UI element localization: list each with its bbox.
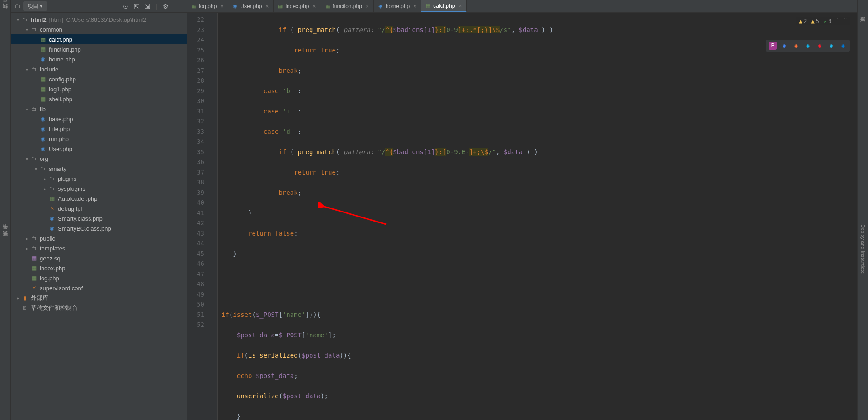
phpstorm-icon[interactable]: P (769, 42, 777, 50)
close-icon[interactable]: × (312, 3, 316, 9)
tree-file-geez[interactable]: ▦geez.sql (11, 253, 187, 263)
tree-file-function[interactable]: ▦function.php (11, 44, 187, 54)
tree-scratches[interactable]: 🗎草稿文件和控制台 (11, 303, 187, 313)
tree-folder-smarty[interactable]: 🗀smarty (11, 164, 187, 174)
tree-folder-org[interactable]: 🗀org (11, 154, 187, 164)
browser-preview-palette[interactable]: P ◉ ◉ ◉ ◉ ◉ ◉ (766, 40, 850, 52)
tree-file-calcf[interactable]: ▦calcf.php (11, 34, 187, 44)
close-icon[interactable]: × (265, 3, 269, 9)
line-gutter: 2223242526272829303132333435363738394041… (187, 13, 210, 420)
tree-file-supervisord[interactable]: ☀supervisord.conf (11, 283, 187, 293)
tree-folder-include[interactable]: 🗀include (11, 64, 187, 74)
typo-icon: ✓ (824, 18, 827, 24)
collapse-icon[interactable]: ⇲ (145, 3, 150, 10)
left-tool-strip: 项目 结构 书签 收藏夹 (0, 0, 11, 420)
tree-folder-plugins[interactable]: 🗀plugins (11, 174, 187, 184)
tree-file-run[interactable]: ◉run.php (11, 134, 187, 144)
tree-file-file[interactable]: ◉File.php (11, 124, 187, 134)
tree-file-smarty-class[interactable]: ◉Smarty.class.php (11, 213, 187, 223)
tree-file-home[interactable]: ◉home.php (11, 54, 187, 64)
firefox-icon[interactable]: ◉ (792, 42, 800, 50)
tree-root[interactable]: 🗀html2[html]C:\Users\86135\Desktop\html2 (11, 14, 187, 24)
inspections-widget[interactable]: ▲2 ▲5 ✓3 ˆ ˇ (796, 17, 850, 25)
tab-calcf[interactable]: ▦calcf.php× (421, 0, 467, 12)
chevron-up-icon[interactable]: ˆ (836, 18, 840, 24)
tree-file-user[interactable]: ◉User.php (11, 144, 187, 154)
tab-log[interactable]: ▦log.php× (187, 0, 228, 12)
project-sidebar: 🗀 项目 ▾ ⊙ ⇱ ⇲ | ⚙ — 🗀html2[html]C:\Users\… (11, 0, 187, 420)
editor-area[interactable]: 2223242526272829303132333435363738394041… (187, 13, 857, 420)
edge-icon[interactable]: ◉ (839, 42, 847, 50)
tree-file-log1[interactable]: ▦log1.php (11, 84, 187, 94)
ie-icon[interactable]: ◉ (827, 42, 835, 50)
tab-user[interactable]: ◉User.php× (228, 0, 274, 12)
code-content[interactable]: if ( preg_match( pattern: "/^{$badions[1… (218, 13, 857, 420)
divider: | (156, 3, 157, 10)
deploy-tool-tab[interactable]: Deploy and Instantiate (860, 224, 866, 274)
tree-file-config[interactable]: ▦config.php (11, 74, 187, 84)
tree-file-index[interactable]: ▦index.php (11, 263, 187, 273)
tab-index[interactable]: ▦index.php× (274, 0, 321, 12)
gear-icon[interactable]: ⚙ (163, 3, 169, 10)
chrome-icon[interactable]: ◉ (780, 42, 788, 50)
close-icon[interactable]: × (413, 3, 416, 9)
tree-folder-common[interactable]: 🗀common (11, 24, 187, 34)
tree-file-base[interactable]: ◉base.php (11, 114, 187, 124)
safari-icon[interactable]: ◉ (804, 42, 812, 50)
tree-folder-lib[interactable]: 🗀lib (11, 104, 187, 114)
warning-icon: ▲ (799, 18, 802, 24)
tab-function[interactable]: ▦function.php× (321, 0, 374, 12)
tree-external-libs[interactable]: ▮外部库 (11, 293, 187, 303)
right-tool-strip: 数据库 Deploy and Instantiate (857, 0, 868, 420)
editor-main: ▦log.php× ◉User.php× ▦index.php× ▦functi… (187, 0, 857, 420)
chevron-down-icon[interactable]: ˇ (844, 18, 847, 24)
tree-file-shell[interactable]: ▦shell.php (11, 94, 187, 104)
tree-folder-sysplugins[interactable]: 🗀sysplugins (11, 184, 187, 193)
tree-file-smartybc-class[interactable]: ◉SmartyBC.class.php (11, 223, 187, 233)
tree-folder-templates[interactable]: 🗀templates (11, 243, 187, 253)
sidebar-toolbar: 🗀 项目 ▾ ⊙ ⇱ ⇲ | ⚙ — (11, 0, 187, 13)
tab-home[interactable]: ◉home.php× (374, 0, 421, 12)
fold-column[interactable] (210, 13, 218, 420)
tree-folder-public[interactable]: 🗀public (11, 233, 187, 243)
hide-icon[interactable]: — (174, 3, 180, 10)
project-dropdown[interactable]: 项目 ▾ (23, 1, 47, 11)
expand-icon[interactable]: ⇱ (134, 3, 139, 10)
tab-bar: ▦log.php× ◉User.php× ▦index.php× ▦functi… (187, 0, 857, 13)
folder-icon: 🗀 (14, 3, 20, 9)
tree-file-log[interactable]: ▦log.php (11, 273, 187, 283)
close-icon[interactable]: × (458, 3, 462, 9)
locate-icon[interactable]: ⊙ (123, 3, 128, 10)
tree-file-autoloader[interactable]: ▦Autoloader.php (11, 193, 187, 203)
tree-file-debug[interactable]: ☀debug.tpl (11, 203, 187, 213)
weak-warning-icon: ▲ (811, 18, 815, 24)
opera-icon[interactable]: ◉ (816, 42, 824, 50)
project-tree[interactable]: 🗀html2[html]C:\Users\86135\Desktop\html2… (11, 13, 187, 420)
close-icon[interactable]: × (366, 3, 369, 9)
close-icon[interactable]: × (220, 3, 223, 9)
